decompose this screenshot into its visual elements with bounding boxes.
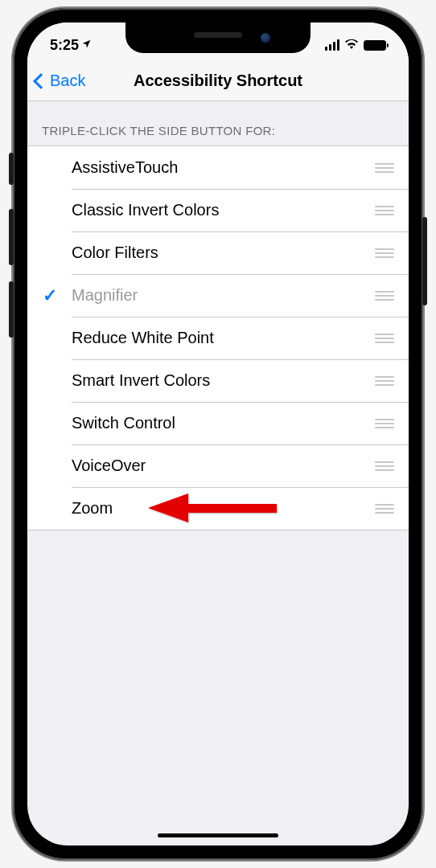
navigation-bar: Back Accessibility Shortcut bbox=[27, 61, 409, 101]
cellular-signal-icon bbox=[325, 39, 339, 51]
wifi-icon bbox=[344, 38, 359, 52]
list-item-voiceover[interactable]: VoiceOver bbox=[27, 444, 409, 487]
screen: 5:25 bbox=[27, 23, 409, 845]
reorder-handle-icon[interactable] bbox=[375, 163, 397, 173]
status-time-area: 5:25 bbox=[50, 37, 92, 54]
list-item-switch-control[interactable]: Switch Control bbox=[27, 402, 409, 444]
reorder-handle-icon[interactable] bbox=[375, 334, 397, 343]
reorder-handle-icon[interactable] bbox=[375, 248, 397, 258]
reorder-handle-icon[interactable] bbox=[375, 376, 397, 386]
list-item-label: Zoom bbox=[72, 499, 375, 518]
battery-icon bbox=[364, 40, 386, 51]
check-area: ✓ bbox=[27, 285, 72, 306]
shortcut-list: AssistiveTouch Classic Invert Colors Col… bbox=[27, 145, 409, 530]
list-item-classic-invert[interactable]: Classic Invert Colors bbox=[27, 189, 409, 231]
list-item-label: Color Filters bbox=[72, 244, 375, 262]
reorder-handle-icon[interactable] bbox=[375, 291, 397, 301]
mute-switch bbox=[9, 153, 14, 185]
chevron-left-icon bbox=[33, 73, 49, 89]
list-item-assistivetouch[interactable]: AssistiveTouch bbox=[27, 146, 409, 189]
list-item-zoom[interactable]: Zoom bbox=[27, 487, 409, 530]
checkmark-icon: ✓ bbox=[43, 285, 57, 306]
reorder-handle-icon[interactable] bbox=[375, 504, 397, 514]
list-item-label: Reduce White Point bbox=[72, 329, 375, 347]
list-item-label: VoiceOver bbox=[72, 457, 375, 475]
list-item-label: Magnifier bbox=[72, 286, 375, 305]
reorder-handle-icon[interactable] bbox=[375, 461, 397, 471]
list-item-magnifier[interactable]: ✓ Magnifier bbox=[27, 274, 409, 317]
location-icon bbox=[81, 39, 92, 51]
list-item-reduce-white-point[interactable]: Reduce White Point bbox=[27, 317, 409, 359]
volume-up-button bbox=[9, 209, 14, 265]
list-item-label: Classic Invert Colors bbox=[72, 201, 375, 219]
list-item-label: AssistiveTouch bbox=[72, 158, 375, 177]
status-time: 5:25 bbox=[50, 37, 79, 54]
section-header: TRIPLE-CLICK THE SIDE BUTTON FOR: bbox=[27, 101, 409, 145]
back-button[interactable]: Back bbox=[35, 72, 85, 90]
reorder-handle-icon[interactable] bbox=[375, 419, 397, 428]
home-indicator[interactable] bbox=[158, 833, 278, 837]
reorder-handle-icon[interactable] bbox=[375, 206, 397, 215]
list-item-color-filters[interactable]: Color Filters bbox=[27, 231, 409, 274]
status-right bbox=[325, 38, 386, 52]
back-label: Back bbox=[50, 72, 85, 90]
volume-down-button bbox=[9, 281, 14, 338]
notch bbox=[125, 23, 311, 53]
list-item-smart-invert[interactable]: Smart Invert Colors bbox=[27, 359, 409, 402]
list-item-label: Switch Control bbox=[72, 414, 375, 432]
side-button bbox=[422, 217, 427, 305]
phone-frame: 5:25 bbox=[13, 8, 423, 860]
list-item-label: Smart Invert Colors bbox=[72, 371, 375, 390]
